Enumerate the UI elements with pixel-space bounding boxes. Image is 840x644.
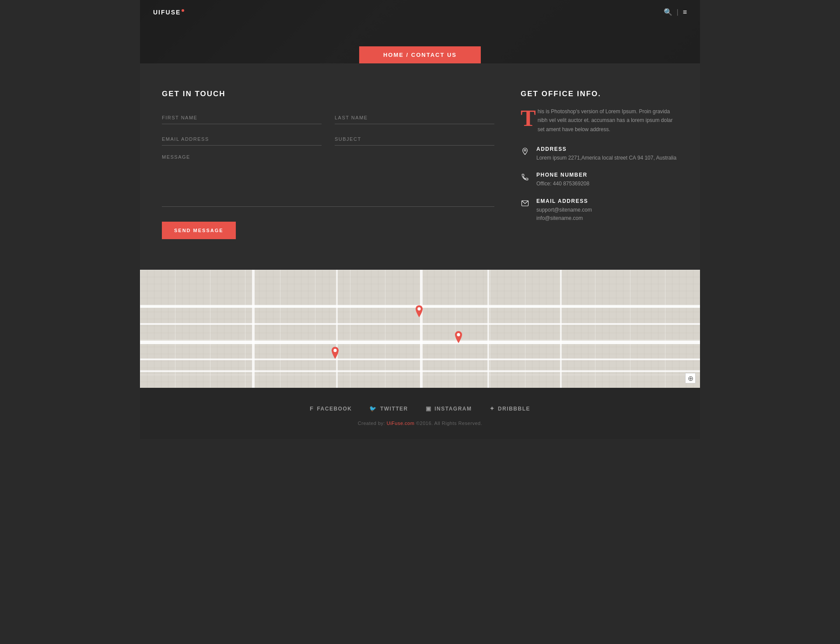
nav-icons: 🔍 | ≡ [664, 8, 687, 16]
twitter-link[interactable]: 🐦 TWITTER [369, 405, 408, 412]
svg-point-0 [524, 150, 526, 151]
facebook-label: FACEBOOK [317, 406, 352, 412]
svg-point-3 [457, 333, 460, 336]
footer: f FACEBOOK 🐦 TWITTER ▣ INSTAGRAM ✦ DRIBB… [140, 388, 700, 439]
email-text-block: EMAIL ADDRESS support@sitename.com info@… [536, 198, 678, 223]
twitter-icon: 🐦 [369, 405, 377, 412]
dribbble-icon: ✦ [490, 405, 495, 412]
svg-point-2 [418, 307, 421, 310]
instagram-icon: ▣ [426, 405, 432, 412]
facebook-link[interactable]: f FACEBOOK [310, 405, 352, 412]
breadcrumb: HOME / CONTACT US [359, 46, 481, 63]
office-info-section: GET OFFICE INFO. T his is Photoshop's ve… [521, 90, 678, 239]
instagram-link[interactable]: ▣ INSTAGRAM [426, 405, 472, 412]
message-textarea[interactable] [162, 163, 494, 207]
message-label: MESSAGE [162, 154, 494, 160]
office-description-text: his is Photoshop's version of Lorem Ipsu… [538, 108, 673, 132]
header: UIFUSE 🔍 | ≡ HOME / CONTACT US [140, 0, 700, 63]
email-info-label: EMAIL ADDRESS [536, 198, 678, 204]
navigation: UIFUSE 🔍 | ≡ [140, 0, 700, 24]
email-subject-row [162, 133, 494, 146]
phone-label: PHONE NUMBER [536, 172, 678, 178]
map-marker-1 [414, 305, 424, 317]
email-input[interactable] [162, 133, 322, 146]
copyright-end: ©2016. All Rights Reserved. [414, 421, 482, 426]
map-section[interactable]: ⊕ [140, 270, 700, 388]
social-links: f FACEBOOK 🐦 TWITTER ▣ INSTAGRAM ✦ DRIBB… [149, 405, 691, 412]
copyright-text: Created by: [358, 421, 387, 426]
logo[interactable]: UIFUSE [153, 9, 184, 16]
address-value: Lorem ipsum 2271,America local street CA… [536, 154, 678, 162]
last-name-field [335, 111, 494, 124]
breadcrumb-text: HOME / CONTACT US [383, 52, 457, 58]
office-description: T his is Photoshop's version of Lorem Ip… [521, 107, 678, 134]
map-road-v5 [560, 270, 562, 388]
map-background: ⊕ [140, 270, 700, 388]
subject-field [335, 133, 494, 146]
logo-dot [182, 9, 184, 12]
main-content: GET IN TOUCH MESSAGE SEND MESSAGE GET OF… [140, 63, 700, 270]
phone-icon [521, 173, 529, 181]
address-icon [521, 147, 529, 156]
map-road-v2 [336, 270, 338, 388]
first-name-input[interactable] [162, 111, 322, 124]
phone-item: PHONE NUMBER Office: 440 875369208 [521, 172, 678, 188]
location-pin-icon [521, 147, 529, 155]
facebook-icon: f [310, 405, 314, 412]
menu-icon[interactable]: ≡ [683, 8, 687, 16]
phone-value: Office: 440 875369208 [536, 180, 678, 188]
twitter-label: TWITTER [380, 406, 408, 412]
map-road-v4 [487, 270, 489, 388]
map-marker-3 [330, 347, 340, 359]
dribbble-label: DRIBBBLE [498, 406, 530, 412]
email-item: EMAIL ADDRESS support@sitename.com info@… [521, 198, 678, 223]
phone-text-block: PHONE NUMBER Office: 440 875369208 [536, 172, 678, 188]
map-road-v3 [420, 270, 423, 388]
message-area: MESSAGE [162, 154, 494, 209]
drop-cap: T [521, 110, 536, 127]
phone-svg-icon [521, 173, 529, 181]
brand-link[interactable]: UiFuse.com [387, 421, 415, 426]
email-value-2: info@sitename.com [536, 214, 678, 223]
email-field [162, 133, 322, 146]
svg-point-4 [334, 348, 337, 352]
name-row [162, 111, 494, 124]
map-zoom-control[interactable]: ⊕ [685, 373, 696, 383]
last-name-input[interactable] [335, 111, 494, 124]
address-text-block: ADDRESS Lorem ipsum 2271,America local s… [536, 146, 678, 162]
send-message-button[interactable]: SEND MESSAGE [162, 222, 236, 239]
map-marker-2 [454, 331, 463, 343]
map-road-v1 [252, 270, 255, 388]
first-name-field [162, 111, 322, 124]
contact-form-title: GET IN TOUCH [162, 90, 494, 98]
search-icon[interactable]: 🔍 [664, 8, 672, 16]
office-info-title: GET OFFICE INFO. [521, 90, 678, 98]
envelope-icon [521, 199, 529, 207]
footer-copyright: Created by: UiFuse.com ©2016. All Rights… [149, 421, 691, 426]
email-value-1: support@sitename.com [536, 206, 678, 214]
email-icon [521, 199, 529, 208]
subject-input[interactable] [335, 133, 494, 146]
address-label: ADDRESS [536, 146, 678, 152]
address-item: ADDRESS Lorem ipsum 2271,America local s… [521, 146, 678, 162]
contact-form-section: GET IN TOUCH MESSAGE SEND MESSAGE [162, 90, 494, 239]
instagram-label: INSTAGRAM [434, 406, 472, 412]
dribbble-link[interactable]: ✦ DRIBBBLE [490, 405, 531, 412]
nav-divider: | [677, 8, 679, 16]
logo-text: UIFUSE [153, 9, 181, 16]
